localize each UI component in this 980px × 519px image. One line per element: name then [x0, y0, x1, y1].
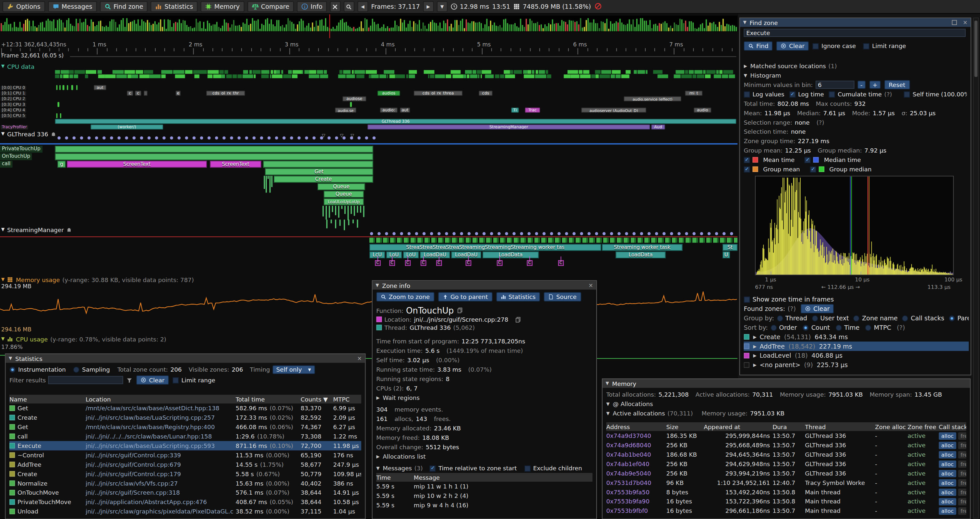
cpu-zone-segment[interactable] — [56, 85, 57, 90]
zone-bar[interactable]: g — [57, 161, 65, 168]
collapse-icon[interactable]: ▼ — [9, 356, 12, 361]
column-header-zone-free[interactable]: Zone free — [907, 423, 939, 430]
mode-sampling[interactable]: Sampling — [73, 366, 110, 373]
statistics-table-row[interactable]: AddTreejni/../jni/src/guif/Control.cpp:6… — [10, 460, 361, 469]
message-row[interactable]: 5.59 smip 11 w 1 h 1 (1) — [376, 482, 592, 491]
timing-dropdown[interactable]: Self only▼ — [272, 365, 315, 374]
zone-info-titlebar[interactable]: ▼ Zone info × — [372, 281, 597, 289]
cpu-zone-segment[interactable]: mi_t — [685, 91, 702, 96]
min-bin-input[interactable]: 6 — [815, 81, 854, 89]
cpu-zone-segment[interactable]: audioserver (AudioOut_D) — [581, 107, 646, 112]
min-bin-decrease-button[interactable]: - — [857, 81, 865, 89]
alloc-callstack-button[interactable]: alloc — [939, 451, 956, 458]
free-callstack-button[interactable]: free — [958, 460, 966, 468]
zone-bar[interactable]: Get — [265, 168, 373, 175]
cpu-zone-segment[interactable] — [76, 85, 78, 90]
cpu-zone-segment[interactable] — [350, 102, 352, 107]
cpu-data-header[interactable]: ▼CPU data — [1, 63, 34, 70]
free-callstack-button[interactable]: free — [958, 441, 966, 449]
statistics-table-row[interactable]: Executejni/../jni/src/claw/base/LuaScrip… — [10, 441, 361, 450]
close-icon[interactable]: × — [588, 282, 593, 288]
cpu-zone-segment[interactable]: cds_ol_rx_thr — [206, 91, 245, 96]
toolbar-button-memory[interactable]: Memory — [200, 1, 244, 12]
free-callstack-button[interactable]: free — [958, 451, 966, 458]
sort-by-mtpc[interactable]: MTPC — [865, 324, 891, 331]
free-callstack-button[interactable]: free — [958, 469, 966, 477]
group-by-zone-name-radio[interactable] — [853, 315, 859, 321]
zone-button-source[interactable]: Source — [544, 292, 581, 301]
glthread-header-collapse-icon[interactable]: ▼ — [1, 131, 5, 136]
allocations-section[interactable]: ▼@ Allocations — [606, 399, 966, 409]
column-header-zone-alloc[interactable]: Zone alloc — [875, 423, 907, 430]
zone-bar[interactable]: LoaULoiUpLoUp — [324, 198, 364, 205]
free-callstack-button[interactable]: free — [958, 498, 966, 505]
zone-bar[interactable] — [55, 146, 373, 153]
cpu-zone-segment[interactable]: c — [135, 91, 141, 96]
zone-bar[interactable]: ScreenText — [67, 161, 207, 168]
column-header-call-stack[interactable]: Call stack — [939, 423, 966, 430]
alloc-callstack-button[interactable]: alloc — [939, 469, 956, 477]
sort-by-order[interactable]: Order — [770, 324, 797, 331]
option-cumulate-time-checkbox[interactable] — [829, 91, 835, 97]
column-header-thread[interactable]: Thread — [805, 423, 875, 430]
legend-median-time-checkbox[interactable]: ✓ — [805, 157, 811, 163]
cpu-zone-segment[interactable] — [144, 91, 148, 96]
option-log-values[interactable]: Log values — [744, 91, 784, 97]
toolbar-button-options[interactable]: Options — [3, 1, 45, 12]
cpu-zone-segment[interactable]: Ti — [511, 107, 519, 112]
streaming-zone-bar[interactable]: LoadData — [616, 252, 665, 259]
sort-by-time-radio[interactable] — [835, 324, 842, 331]
cpu-zone-segment[interactable] — [72, 85, 73, 90]
free-callstack-button[interactable]: free — [958, 488, 966, 496]
allocation-row[interactable]: 0x74a9d68040256 KB295,668,489ns13:50.7GL… — [606, 441, 966, 450]
find-clear-button[interactable]: Clear — [777, 41, 809, 51]
messages-exclude-checkbox[interactable]: Exclude children — [524, 465, 582, 472]
sort-by-order-radio[interactable] — [770, 324, 777, 331]
column-header-mtpc[interactable]: MTPC — [333, 396, 361, 402]
cpu-zone-segment[interactable]: StreamingManager — [368, 125, 650, 129]
toolbar-button-statistics[interactable]: Statistics — [151, 1, 197, 12]
allocation-row[interactable]: 0x74a9d37040186.35 KB295,999,844ns13:50.… — [606, 431, 966, 441]
streaming-zone-bar[interactable]: LoU — [386, 252, 402, 259]
sort-by-count-radio[interactable] — [803, 324, 809, 331]
statistics-table-row[interactable]: Get/mnt/e/claw/src/claw/base/AssetDict.h… — [10, 404, 361, 413]
zone-button-statistics[interactable]: Statistics — [496, 292, 540, 301]
message-marker[interactable]: ▽ — [340, 133, 343, 138]
column-header-time[interactable]: Time — [376, 474, 414, 481]
alloc-callstack-button[interactable]: alloc — [939, 479, 956, 486]
group-by-user-text-radio[interactable] — [812, 315, 818, 321]
legend-median-time[interactable]: ✓Median time — [805, 156, 861, 163]
cpu-zone-segment[interactable]: (worker/) — [91, 125, 163, 129]
cpu-zone-segment[interactable]: aut — [94, 85, 107, 90]
message-mark[interactable]: C — [421, 260, 426, 266]
cpu-zone-segment[interactable]: audios — [377, 91, 400, 96]
allocation-row[interactable]: 0x74ab1ef040256 KB294,629,948ns13:50.7GL… — [606, 459, 966, 469]
cpu-zone-segment[interactable]: cds — [479, 91, 492, 96]
message-marker[interactable]: ▽ — [322, 133, 325, 138]
option-log-time[interactable]: ✓Log time — [789, 91, 824, 97]
messages-section[interactable]: ▼Messages(3)✓Time relative to zone start… — [376, 463, 592, 473]
column-header-message[interactable]: Message — [414, 474, 582, 481]
alloc-callstack-button[interactable]: alloc — [939, 488, 956, 496]
close-icon[interactable]: × — [357, 355, 362, 362]
streaming-header[interactable]: ▼StreamingManager — [1, 226, 72, 233]
streaming-zone-bar[interactable]: LoadDaU — [452, 252, 482, 259]
messages-relative-checkbox-checkbox[interactable]: ✓ — [430, 465, 436, 471]
alloc-callstack-button[interactable]: alloc — [939, 460, 956, 468]
legend-group-mean-checkbox[interactable]: ✓ — [744, 166, 750, 172]
found-zone-group-row[interactable]: ▶Create(54,131)643.34 ms — [744, 332, 969, 342]
statistics-table-row[interactable]: ~Controljni/../jni/src/guif/Control.cpp:… — [10, 450, 361, 460]
frames-prev-button[interactable]: ◀ — [357, 1, 368, 12]
cpu-zone-segment[interactable] — [59, 85, 60, 90]
streaming-header-collapse-icon[interactable]: ▼ — [1, 227, 5, 232]
cpu-zone-segment[interactable]: aut — [400, 107, 410, 112]
stats-clear-button[interactable]: Clear — [137, 375, 169, 385]
found-zones-clear-button[interactable]: Clear — [801, 304, 834, 313]
allocation-row[interactable]: 0x74ab1be040186.68 KB294,645,364ns13:50.… — [606, 450, 966, 459]
group-by-thread-radio[interactable] — [777, 315, 783, 321]
memory-titlebar[interactable]: ▼ Memory — [603, 379, 970, 388]
allocation-row[interactable]: 0x7553b9fbf016 bytes296,661,186ns13:50.7… — [606, 506, 966, 516]
frames-dropdown-button[interactable]: ▼ — [437, 1, 447, 12]
group-by-parent-radio[interactable] — [948, 315, 955, 321]
mode-instrumentation-radio[interactable] — [10, 366, 16, 372]
